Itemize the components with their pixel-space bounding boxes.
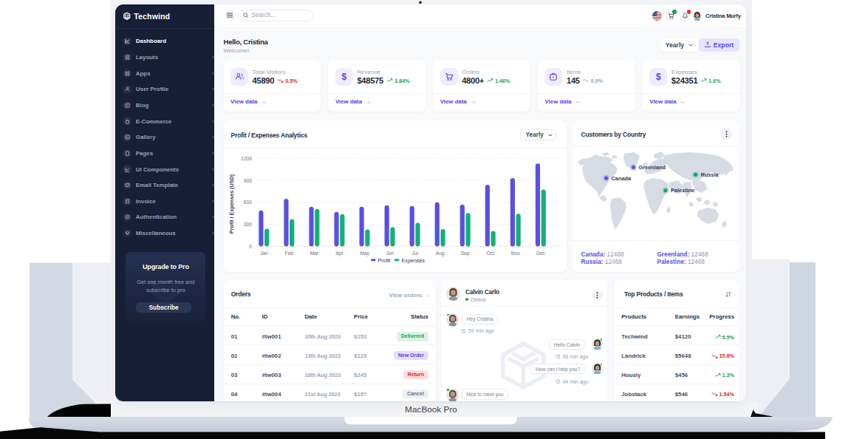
svg-text:Profit: Profit — [377, 257, 390, 264]
svg-text:Dec: Dec — [536, 251, 545, 256]
svg-text:Oct: Oct — [486, 251, 494, 256]
svg-text:Jan: Jan — [259, 251, 267, 256]
svg-text:Greenland: Greenland — [638, 165, 666, 171]
svg-text:Nov: Nov — [510, 251, 520, 256]
svg-text:0: 0 — [249, 244, 252, 249]
svg-text:Feb: Feb — [284, 251, 293, 256]
svg-text:600: 600 — [243, 200, 251, 205]
svg-text:1200: 1200 — [241, 156, 252, 161]
svg-text:Mar: Mar — [310, 251, 318, 256]
svg-text:May: May — [360, 251, 369, 256]
svg-text:300: 300 — [243, 222, 251, 227]
svg-text:Jun: Jun — [386, 251, 394, 256]
svg-text:Canada: Canada — [611, 175, 632, 182]
svg-text:Expenses: Expenses — [401, 257, 425, 264]
svg-text:MacBook Pro: MacBook Pro — [405, 404, 457, 415]
svg-text:Russia: Russia — [700, 171, 719, 178]
svg-text:Jul: Jul — [411, 251, 418, 256]
svg-text:Palestine: Palestine — [671, 188, 694, 194]
svg-text:900: 900 — [243, 178, 251, 183]
svg-text:Aug: Aug — [435, 251, 444, 256]
svg-text:Profit / Expenses (USD): Profit / Expenses (USD) — [228, 174, 235, 234]
svg-text:Apr: Apr — [335, 251, 344, 256]
svg-text:Sep: Sep — [460, 251, 469, 256]
